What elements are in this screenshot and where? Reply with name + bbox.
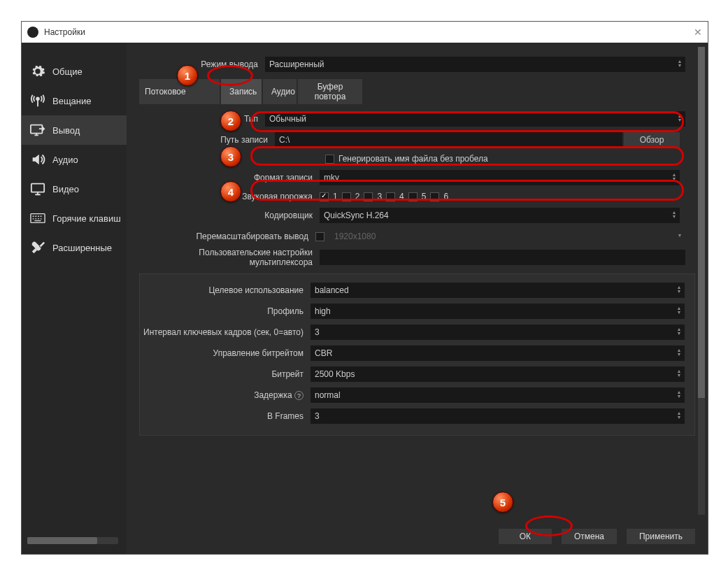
track-2-checkbox[interactable] — [342, 192, 351, 201]
sidebar-item-output[interactable]: Вывод — [22, 115, 127, 145]
target-label: Целевое использование — [143, 285, 311, 295]
keyint-label: Интервал ключевых кадров (сек, 0=авто) — [143, 327, 311, 337]
chevron-updown-icon: ▲▼ — [675, 409, 683, 422]
antenna-icon — [30, 93, 45, 108]
sidebar-item-audio[interactable]: Аудио — [22, 145, 127, 174]
path-input[interactable] — [275, 132, 622, 148]
track-6-checkbox[interactable] — [430, 192, 439, 201]
apply-button[interactable]: Применить — [627, 529, 695, 544]
scrollbar-thumb[interactable] — [698, 47, 705, 398]
bframes-label: B Frames — [143, 411, 311, 421]
ratectl-select[interactable]: CBR▲▼ — [311, 345, 685, 361]
track-label: 3 — [377, 192, 382, 201]
monitor-icon — [30, 181, 45, 197]
latency-label: Задержка ? — [143, 390, 311, 400]
cancel-button[interactable]: Отмена — [562, 529, 617, 544]
output-tabs: Потоковое Запись Аудио Буфер повтора — [139, 79, 695, 104]
format-select[interactable]: mkv ▲▼ — [320, 170, 680, 185]
chevron-updown-icon: ▲▼ — [675, 304, 683, 317]
track-label: 4 — [399, 192, 404, 201]
profile-select[interactable]: high▲▼ — [311, 304, 685, 319]
output-mode-value: Расширенный — [269, 59, 324, 69]
sidebar-scrollbar[interactable] — [27, 537, 118, 544]
settings-window: Настройки ✕ Общие Вещание Вывод Аудио — [21, 21, 708, 555]
encoder-select[interactable]: QuickSync H.264 ▲▼ — [320, 208, 680, 223]
encoder-value: QuickSync H.264 — [324, 211, 389, 220]
track-label: 5 — [422, 192, 427, 201]
sidebar-item-video[interactable]: Видео — [22, 174, 127, 204]
chevron-updown-icon: ▲▼ — [675, 388, 683, 401]
mux-input[interactable] — [320, 250, 685, 265]
vertical-scrollbar[interactable] — [698, 47, 705, 515]
profile-label: Профиль — [143, 306, 311, 316]
output-icon — [30, 122, 45, 138]
bframes-value: 3 — [315, 411, 320, 421]
format-value: mkv — [324, 173, 339, 183]
bitrate-value: 2500 Kbps — [315, 369, 355, 379]
track-4-checkbox[interactable] — [386, 192, 395, 201]
sidebar-item-label: Расширенные — [52, 243, 112, 253]
encoder-settings-panel: Целевое использование balanced▲▼ Профиль… — [139, 273, 695, 436]
chevron-updown-icon: ▲▼ — [670, 171, 678, 183]
close-icon[interactable]: ✕ — [694, 27, 702, 38]
nospace-checkbox[interactable] — [325, 155, 334, 164]
track-label: 2 — [355, 192, 360, 201]
path-row: Путь записи Обзор — [139, 131, 695, 149]
mux-row: Пользовательские настройки мультиплексор… — [139, 248, 695, 266]
ok-button[interactable]: ОК — [499, 529, 552, 544]
speaker-icon — [30, 152, 45, 167]
window-body: Общие Вещание Вывод Аудио Видео Горячие … — [22, 43, 708, 554]
tracks-checkboxes: 1 2 3 4 5 6 — [320, 192, 448, 201]
sidebar-item-stream[interactable]: Вещание — [22, 86, 127, 115]
window-title: Настройки — [44, 27, 85, 37]
svg-rect-2 — [31, 184, 44, 192]
chevron-updown-icon: ▲▼ — [675, 346, 683, 359]
bframes-spin[interactable]: 3▲▼ — [311, 408, 685, 424]
chevron-updown-icon: ▲▼ — [675, 325, 683, 338]
bitrate-spin[interactable]: 2500 Kbps▲▼ — [311, 366, 685, 382]
chevron-updown-icon: ▲▼ — [676, 57, 684, 70]
sidebar-item-label: Вывод — [52, 125, 80, 136]
chevron-updown-icon: ▲▼ — [670, 208, 678, 221]
ratectl-value: CBR — [315, 348, 332, 358]
output-mode-select[interactable]: Расширенный ▲▼ — [265, 57, 685, 72]
track-3-checkbox[interactable] — [364, 192, 373, 201]
rescale-checkbox[interactable] — [315, 232, 324, 241]
scrollbar-thumb[interactable] — [27, 537, 97, 544]
encoder-row: Кодировщик QuickSync H.264 ▲▼ — [139, 206, 695, 225]
keyint-spin[interactable]: 3▲▼ — [311, 325, 685, 340]
browse-button[interactable]: Обзор — [624, 132, 680, 148]
sidebar-item-hotkeys[interactable]: Горячие клавиш — [22, 204, 127, 233]
tab-recording[interactable]: Запись — [221, 79, 262, 104]
keyint-value: 3 — [315, 327, 320, 337]
annotation-marker-4: 4 — [220, 181, 241, 202]
sidebar-item-label: Общие — [52, 66, 83, 77]
rescale-label: Перемасштабировать вывод — [139, 231, 315, 241]
sidebar-item-label: Видео — [52, 184, 79, 194]
track-label: 6 — [443, 192, 448, 201]
sidebar-item-general[interactable]: Общие — [22, 57, 127, 86]
obs-logo-icon — [27, 27, 38, 38]
svg-point-0 — [36, 97, 39, 100]
tools-icon — [30, 240, 45, 255]
type-select[interactable]: Обычный ▲▼ — [265, 111, 685, 127]
latency-select[interactable]: normal▲▼ — [311, 387, 685, 403]
tab-audio[interactable]: Аудио — [263, 79, 297, 104]
sidebar: Общие Вещание Вывод Аудио Видео Горячие … — [22, 43, 127, 554]
sidebar-item-advanced[interactable]: Расширенные — [22, 233, 127, 262]
rescale-value: 1920x1080 — [334, 231, 376, 241]
track-1-checkbox[interactable] — [320, 192, 329, 201]
output-mode-label: Режим вывода — [139, 59, 265, 69]
keyboard-icon — [30, 211, 45, 226]
target-select[interactable]: balanced▲▼ — [311, 283, 685, 298]
help-icon[interactable]: ? — [294, 391, 304, 400]
dialog-buttons: ОК Отмена Применить — [499, 529, 695, 544]
titlebar: Настройки ✕ — [22, 22, 708, 43]
ratectl-label: Управление битрейтом — [143, 348, 311, 358]
tab-replay-buffer[interactable]: Буфер повтора — [298, 79, 362, 104]
track-5-checkbox[interactable] — [408, 192, 417, 201]
sidebar-item-label: Аудио — [52, 155, 78, 165]
bitrate-label: Битрейт — [143, 369, 311, 379]
type-label: Тип — [139, 114, 265, 124]
profile-value: high — [315, 306, 331, 316]
